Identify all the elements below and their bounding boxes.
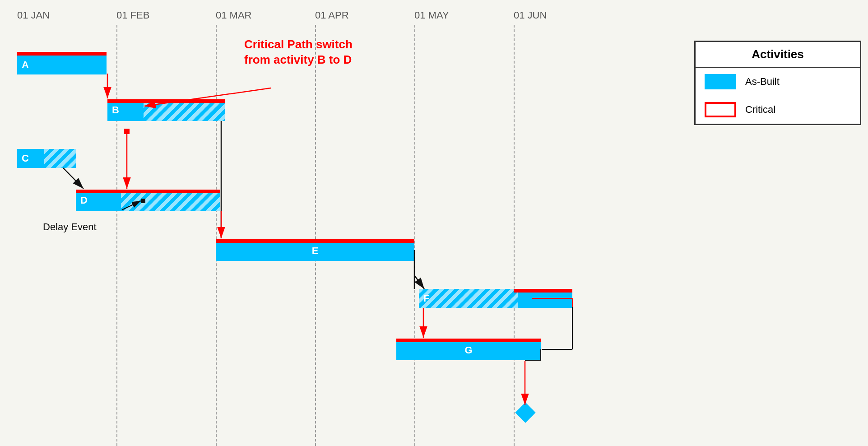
main-container: 01 JAN 01 FEB 01 MAR 01 APR 01 MAY 01 JU… bbox=[0, 0, 868, 446]
vline-may bbox=[414, 25, 415, 446]
date-feb: 01 FEB bbox=[116, 9, 149, 21]
activity-e: E bbox=[216, 239, 414, 261]
legend-title: Activities bbox=[696, 42, 860, 68]
critical-path-annotation: Critical Path switchfrom activity B to D bbox=[244, 37, 353, 68]
activity-e-label: E bbox=[312, 245, 319, 257]
activity-c: C bbox=[17, 149, 76, 168]
activity-b-label: B bbox=[112, 104, 119, 116]
activity-d: D bbox=[76, 190, 220, 211]
legend-item-asbuilt: As-Built bbox=[696, 68, 860, 96]
svg-rect-5 bbox=[124, 129, 130, 134]
legend-label-critical: Critical bbox=[745, 104, 775, 116]
activity-c-label: C bbox=[22, 153, 29, 164]
milestone-diamond bbox=[515, 402, 535, 423]
activity-a-label: A bbox=[22, 59, 29, 71]
activity-a: A bbox=[17, 52, 107, 74]
date-jan: 01 JAN bbox=[17, 9, 50, 21]
svg-line-7 bbox=[63, 168, 84, 189]
date-may: 01 MAY bbox=[414, 9, 449, 21]
date-jun: 01 JUN bbox=[514, 9, 547, 21]
vline-mar bbox=[216, 25, 217, 446]
timeline-header: 01 JAN 01 FEB 01 MAR 01 APR 01 MAY 01 JU… bbox=[0, 0, 686, 25]
legend-swatch-critical bbox=[705, 102, 736, 117]
activity-d-label: D bbox=[80, 195, 88, 206]
legend: Activities As-Built Critical bbox=[694, 41, 861, 125]
delay-event-annotation: Delay Event bbox=[43, 221, 97, 233]
activity-g-label: G bbox=[464, 344, 472, 356]
activity-b: B bbox=[107, 99, 225, 121]
activity-g: G bbox=[396, 339, 541, 360]
date-apr: 01 APR bbox=[315, 9, 349, 21]
legend-item-critical: Critical bbox=[696, 96, 860, 124]
vline-feb bbox=[116, 25, 117, 446]
vline-jun bbox=[514, 25, 515, 446]
activity-f: F bbox=[419, 289, 572, 308]
svg-line-13 bbox=[414, 275, 424, 289]
vline-apr bbox=[315, 25, 316, 446]
legend-label-asbuilt: As-Built bbox=[745, 76, 780, 88]
date-mar: 01 MAR bbox=[216, 9, 251, 21]
legend-swatch-asbuilt bbox=[705, 74, 736, 89]
activity-f-label: F bbox=[423, 293, 429, 304]
